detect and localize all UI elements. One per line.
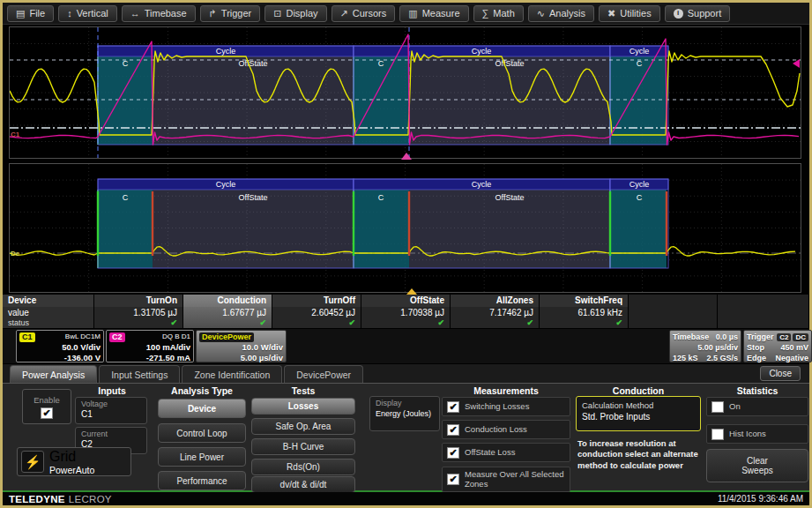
tests-button-dv-dt-di-dt[interactable]: dv/dt & di/dt (251, 476, 355, 493)
measurement-offstate-loss-label: OffState Loss (465, 448, 515, 458)
trigger-slope: Negative (775, 353, 808, 363)
menu-item-label: Utilities (620, 8, 651, 19)
measure-name: OffState (361, 295, 450, 307)
grid-control[interactable]: ⚡ Grid PowerAuto (17, 447, 131, 476)
timebase-descriptor[interactable]: Timebase 0.0 µs 5.00 µs/div 125 kS 2.5 G… (669, 330, 741, 362)
calculation-method-control[interactable]: Calculation Method Std. Probe Inputs (576, 396, 701, 431)
c2-scale: 100 mA/div (146, 342, 190, 353)
menu-item-timebase[interactable]: ↔Timebase (122, 5, 196, 22)
measure-row-labels: Device value status (3, 295, 94, 328)
measure-icon: ▥ (408, 9, 417, 19)
timebase-rate: 2.5 GS/s (706, 353, 738, 363)
enable-checkbox[interactable] (41, 407, 53, 419)
measure-column-allzones: AllZones7.17462 µJ✔ (451, 295, 540, 328)
devicepower-chip: DevicePower (199, 332, 254, 342)
tab-input-settings[interactable]: Input Settings (99, 365, 180, 383)
menu-item-measure[interactable]: ▥Measure (399, 5, 468, 22)
oscilloscope-screen: ▤File↕Vertical↔Timebase↱Trigger⊡Display↗… (0, 0, 812, 508)
menu-item-trigger[interactable]: ↱Trigger (200, 5, 261, 22)
vertical-icon: ↕ (67, 9, 72, 19)
status-bar: TELEDYNELECROY 11/4/2015 9:36:46 AM (3, 492, 809, 505)
measurement-measure-over-all-zones-checkbox[interactable] (447, 474, 459, 485)
measurement-measure-over-all-zones[interactable]: Measure Over All Selected Zones (442, 467, 570, 492)
measurement-conduction-loss[interactable]: Conduction Loss (442, 420, 570, 439)
measure-value: 7.17462 µJ (451, 307, 539, 318)
measure-name: TurnOn (94, 295, 183, 307)
waveform-grid-bottom[interactable]: CycleCycleCycleCCCOffStateOffStateDe (9, 163, 801, 293)
measurement-switching-losses[interactable]: Switching Losses (442, 397, 570, 416)
measure-column-turnon: TurnOn1.31705 µJ✔ (94, 295, 183, 328)
tests-button-losses[interactable]: Losses (251, 398, 355, 415)
utilities-icon: ✖ (607, 9, 615, 19)
statistics-hist-icons[interactable]: Hist Icons (706, 424, 808, 444)
menu-item-label: Measure (422, 8, 460, 19)
menu-item-vertical[interactable]: ↕Vertical (58, 5, 117, 22)
c1-chip: C1 (19, 332, 35, 342)
timebase-position: 0.0 µs (716, 332, 738, 342)
zone-label: OffState (239, 193, 268, 202)
voltage-input[interactable]: Voltage C1 (75, 397, 147, 424)
measurement-conduction-loss-checkbox[interactable] (447, 424, 459, 436)
menu-item-file[interactable]: ▤File (7, 5, 54, 22)
measure-name: Conduction (183, 295, 272, 307)
grid-label: Grid (49, 449, 94, 465)
analysis-type-button-performance[interactable]: Performance (158, 471, 246, 490)
math-icon: ∑ (482, 9, 489, 19)
analysis-type-button-line-power[interactable]: Line Power (158, 447, 246, 467)
enable-label: Enable (34, 395, 60, 405)
tab-devicepower[interactable]: DevicePower (284, 365, 363, 383)
conduction-header: Conduction (576, 385, 701, 396)
measure-column-turnoff: TurnOff2.60452 µJ✔ (272, 295, 361, 328)
zone-label: Cycle (629, 47, 650, 56)
measurement-offstate-loss[interactable]: OffState Loss (442, 443, 570, 462)
measurement-switching-losses-checkbox[interactable] (447, 401, 459, 413)
tests-button-safe-op-area[interactable]: Safe Op. Area (251, 418, 355, 435)
trigger-position-marker[interactable] (401, 153, 412, 160)
menu-item-support[interactable]: iSupport (665, 5, 731, 22)
trigger-source-chip: C2 (777, 333, 791, 341)
analysis-type-button-control-loop[interactable]: Control Loop (158, 423, 246, 443)
measurement-offstate-loss-checkbox[interactable] (447, 447, 459, 459)
measure-name: AllZones (451, 295, 539, 307)
tests-button-b-h-curve[interactable]: B-H Curve (251, 438, 355, 455)
statistics-on[interactable]: On (706, 397, 808, 416)
zone-label: Cycle (216, 47, 236, 56)
measure-column-conduction: Conduction1.67677 µJ✔ (183, 295, 272, 328)
grid-value: PowerAuto (49, 465, 94, 475)
measurement-table: Device value status TurnOn1.31705 µJ✔Con… (3, 295, 809, 328)
measure-label-value: value (3, 307, 93, 318)
trace-descriptor-devicepower[interactable]: DevicePower 10.0 W/div 5.00 µs/div (196, 330, 287, 362)
tab-power-analysis[interactable]: Power Analysis (10, 365, 97, 383)
trigger-coupling-chip: DC (793, 333, 808, 341)
enable-control[interactable]: Enable (22, 389, 71, 424)
top-grid-svg: CycleCycleCycleCCCOffStateOffStateC1 (10, 27, 801, 158)
tab-zone-identification[interactable]: Zone Identification (182, 365, 282, 383)
menu-item-label: Display (286, 8, 317, 19)
statistics-hist-icons-checkbox[interactable] (711, 429, 724, 440)
menu-item-math[interactable]: ∑Math (473, 5, 524, 22)
menu-item-display[interactable]: ⊡Display (264, 5, 326, 22)
clear-sweeps-button[interactable]: Clear Sweeps (706, 449, 808, 482)
c1-zero-marker: C1 (11, 131, 20, 138)
statistics-on-checkbox[interactable] (711, 401, 724, 413)
close-button[interactable]: Close (760, 366, 801, 381)
trigger-descriptor[interactable]: Trigger C2DC Stop 450 mV Edge Negative (743, 330, 812, 362)
menu-item-utilities[interactable]: ✖Utilities (599, 5, 660, 22)
channel-descriptor-c1[interactable]: C1 BwL DC1M 50.0 V/div -136.00 V (16, 330, 104, 362)
menu-item-cursors[interactable]: ↗Cursors (332, 5, 396, 22)
measure-label-name: Device (3, 295, 93, 307)
menu-item-label: Math (493, 8, 514, 19)
display-control[interactable]: Display Energy (Joules) (369, 396, 440, 431)
measure-label-status: status (3, 318, 93, 328)
menu-item-label: Trigger (221, 8, 251, 19)
timebase-scale: 5.00 µs/div (697, 342, 738, 353)
waveform-grid-top[interactable]: CycleCycleCycleCCCOffStateOffStateC1 (9, 26, 801, 159)
devicepower-scale: 10.0 W/div (242, 342, 283, 353)
tests-button-rds-on-[interactable]: Rds(On) (251, 459, 355, 475)
trigger-delay-marker[interactable] (406, 288, 417, 295)
measure-column-switchfreq: SwitchFreq61.619 kHz✔ (540, 295, 629, 328)
menu-item-analysis[interactable]: ∿Analysis (528, 5, 594, 22)
c2-chip: C2 (109, 332, 125, 342)
analysis-type-button-device[interactable]: Device (158, 399, 246, 418)
channel-descriptor-c2[interactable]: C2 DQ B D1 100 mA/div -271.50 mA (106, 330, 194, 362)
